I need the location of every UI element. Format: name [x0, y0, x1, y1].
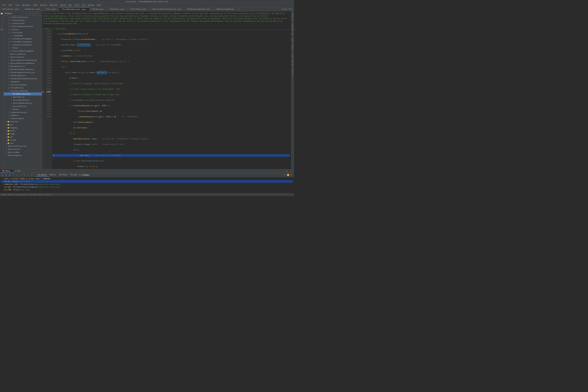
tree-item-abstract-queue[interactable]: C AbstractQueue	[4, 154, 42, 157]
pull-requests-icon[interactable]: ↕	[0, 24, 3, 27]
tree-item-wait-node[interactable]: ▶ C WaitNode	[4, 34, 42, 37]
debug-tab-test[interactable]: ▶ Test	[14, 170, 22, 173]
settings-btn[interactable]: ⚙	[285, 170, 289, 173]
debug-frame-0[interactable]: run:21 , Test$1 (com.tuling)	[1, 180, 293, 183]
tab-overflow-icon[interactable]: ▾	[238, 8, 240, 10]
tab-close-icon[interactable]: ×	[104, 8, 106, 10]
menu-item-tools[interactable]: Tools	[73, 4, 81, 6]
debug-thread-item[interactable]: ✓ "pool-1-thread-1"@488 in group "main":…	[1, 177, 293, 180]
debug-tab-debug[interactable]: 🔴 Debug ×	[0, 170, 13, 173]
tree-item-scheduled-future[interactable]: I ScheduledFuture	[4, 74, 42, 77]
menu-item-edit[interactable]: Edit	[7, 4, 14, 6]
tree-item-stream[interactable]: ▶ 📂 stream	[4, 138, 42, 142]
menu-item-refactor[interactable]: Refactor	[49, 4, 59, 6]
debug-restore-btn[interactable]: ⊞	[290, 174, 293, 176]
tree-item-thread-local-random[interactable]: C ThreadLocalRandom	[4, 89, 42, 92]
tab-close-icon[interactable]: ×	[125, 8, 127, 10]
structure-icon[interactable]: ⚡	[0, 16, 3, 19]
tab-close-icon[interactable]: ×	[40, 8, 42, 10]
tree-item-fork-join-worker-thread[interactable]: ▶ C ForkJoinWorkerThread	[4, 25, 42, 28]
tree-item-time-unit[interactable]: C TimeUnit	[4, 114, 42, 117]
tab-future-task[interactable]: J FutureTask.java ×	[128, 7, 150, 11]
debug-frame-2[interactable]: run:624 , ThreadPoolExecutor$Worker (jav…	[1, 186, 293, 188]
menu-item-window[interactable]: Window	[87, 4, 95, 6]
tab-nio-event-loop-group2[interactable]: J NioEventLoopGroup ×	[214, 7, 238, 11]
menu-item-file[interactable]: File	[0, 4, 7, 6]
force-step-into-btn[interactable]: ⇓	[19, 174, 22, 176]
tree-item-discard-policy[interactable]: C DiscardPolicy	[4, 105, 42, 108]
tree-item-zip[interactable]: ▶ 📂 zip	[4, 142, 42, 144]
debug-frame-1[interactable]: runWorker:1149 , ThreadPoolExecutor (jav…	[1, 183, 293, 186]
close-icon[interactable]: ×	[38, 12, 41, 15]
tree-item-abstract-map[interactable]: C AbstractMap	[4, 151, 42, 154]
tree-item-linked-blocking-deque[interactable]: ▶ C LinkedBlockingDeque	[4, 37, 42, 40]
project-icon[interactable]: 📁	[0, 12, 3, 15]
tree-item-caller-runs-policy[interactable]: C CallerRunsPolicy	[4, 98, 42, 102]
tab-abstract-executor[interactable]: J AbstractExecutorService.java ×	[150, 7, 185, 11]
bookmarks-icon[interactable]: 🔖	[0, 28, 3, 31]
tree-item-logging[interactable]: ▶ 📂 logging	[4, 126, 42, 129]
pause-btn[interactable]: ⏸	[4, 174, 8, 176]
tree-item-transfer-queue[interactable]: C TransferQueue	[4, 117, 42, 120]
menu-item-code[interactable]: Code	[32, 4, 38, 6]
run-to-cursor-btn[interactable]: →	[26, 174, 30, 176]
tree-item-fork-join-task[interactable]: ▶ C ForkJoinTask	[4, 22, 42, 25]
tree-item-abstract-collection[interactable]: C AbstractCollection	[4, 144, 42, 148]
tree-item-recursive-action[interactable]: C RecursiveAction	[4, 52, 42, 56]
code-editor[interactable]: 1127 1128 1129 1130 1131 1132 1133 1134 …	[42, 30, 291, 169]
tab-close-icon[interactable]: ×	[56, 8, 58, 10]
menu-item-view[interactable]: View	[14, 4, 21, 6]
tree-item-phaser[interactable]: ▶ C Phaser	[4, 46, 42, 50]
tree-item-linked-transfer-queue[interactable]: ▶ C LinkedTransferQueue	[4, 43, 42, 46]
debug-filter-btn[interactable]: 🔽	[286, 174, 290, 176]
godoc-icon[interactable]: Godoc	[292, 37, 294, 43]
tree-item-priority-blocking-queue[interactable]: ▶ C PriorityBlockingQueue	[4, 50, 42, 52]
tree-item-executor-service[interactable]: ▶ I ExecutorService	[4, 16, 42, 19]
tab-nio-server[interactable]: J NioServer.java ×	[23, 7, 44, 11]
big-data-tools-icon[interactable]: Big Data Tools	[292, 53, 294, 67]
gear-icon[interactable]: ≡	[29, 12, 31, 15]
stop-btn[interactable]: ■	[8, 174, 11, 176]
reader-mode-toggle[interactable]: Reader Mode	[282, 8, 293, 10]
tree-item-jar[interactable]: ▶ 📂 jar	[4, 123, 42, 126]
tree-item-fork-join-pool[interactable]: ▶ C ForkJoinPool	[4, 19, 42, 22]
tab-close-icon[interactable]: ×	[147, 8, 148, 10]
tree-item-regex[interactable]: ▶ 📂 regex	[4, 132, 42, 135]
tab-test[interactable]: J Test.java ×	[44, 7, 59, 11]
settings-icon[interactable]: ⚙	[26, 12, 28, 15]
menu-item-run[interactable]: Run	[67, 4, 73, 6]
tree-item-spi[interactable]: ▶ 📂 spi	[4, 135, 42, 138]
tab-executors[interactable]: J Executors.java ×	[107, 7, 128, 11]
tree-item-future[interactable]: ▶ I Future	[4, 28, 42, 31]
tab-close-icon[interactable]: ×	[86, 8, 88, 10]
tab-thread-pool-executor[interactable]: J ThreadPoolExecutor.java ×	[59, 7, 89, 11]
tree-item-function[interactable]: ▶ 📂 function	[4, 120, 42, 123]
step-out-btn[interactable]: ↑	[23, 174, 26, 176]
tree-item-rejected-execution-exception[interactable]: C RejectedExecutionException	[4, 59, 42, 62]
step-over-btn[interactable]: ↷	[12, 174, 15, 176]
tab-close-icon[interactable]: ×	[211, 8, 212, 10]
frames-tab[interactable]: Frames	[84, 174, 88, 176]
tree-item-abort-policy[interactable]: C AbortPolicy	[4, 96, 42, 98]
debug-tab-close-icon[interactable]: ×	[10, 170, 12, 172]
tree-item-runnable-scheduled-future[interactable]: I RunnableScheduledFuture	[4, 68, 42, 71]
resume-btn[interactable]: ▶	[0, 174, 4, 176]
expand-icon[interactable]: ⊞	[32, 12, 34, 15]
git-icon[interactable]: ⑂	[0, 20, 3, 23]
tab-close-icon[interactable]: ×	[20, 8, 21, 10]
subtab-variables[interactable]: Variables	[36, 174, 48, 176]
menu-item-help[interactable]: Help	[96, 4, 102, 6]
tree-item-timeout-exception[interactable]: C TimeoutException	[4, 111, 42, 114]
tree-item-runnable-future[interactable]: I RunnableFuture	[4, 65, 42, 68]
tree-item-abstract-list[interactable]: C AbstractList	[4, 148, 42, 151]
evaluate-btn[interactable]: ≡	[30, 174, 33, 176]
subtab-threads[interactable]: Threads	[68, 174, 79, 176]
tree-item-recursive-task[interactable]: C RecursiveTask	[4, 56, 42, 59]
tab-netty-server[interactable]: J NettyServer.java ×	[0, 7, 23, 11]
tab-thread[interactable]: J Thread.java ×	[89, 7, 107, 11]
step-into-btn[interactable]: ↓	[15, 174, 19, 176]
menu-item-navigate[interactable]: Navigate	[21, 4, 32, 6]
tree-item-scheduled-thread-pool[interactable]: C ScheduledThreadPoolExecuto	[4, 77, 42, 80]
tree-item-prefs[interactable]: ▶ 📂 prefs	[4, 129, 42, 132]
tree-item-thread-pool-executor[interactable]: ▼ C ThreadPoolExecutor	[4, 92, 42, 96]
